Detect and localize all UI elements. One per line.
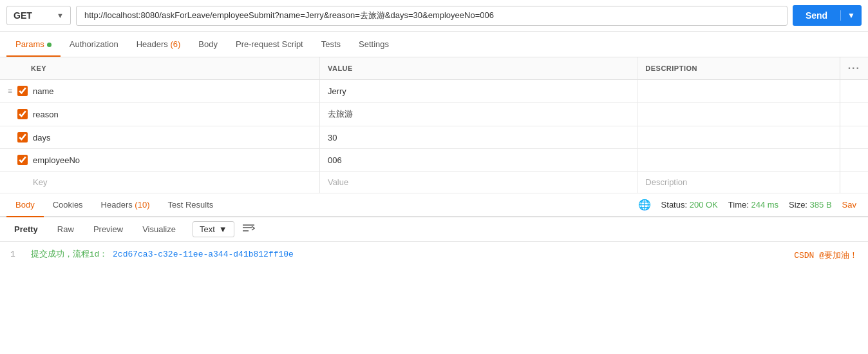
resp-tab-visualize[interactable]: Visualize <box>135 221 184 237</box>
drag-handle-icon: ≡ <box>8 86 12 95</box>
tab-settings[interactable]: Settings <box>350 32 398 57</box>
line-number: 1 <box>10 250 15 259</box>
method-selector[interactable]: GET ▼ <box>6 6 71 25</box>
more-icon[interactable]: ··· <box>848 63 860 74</box>
response-text-success: 提交成功，流程id： <box>31 250 108 259</box>
params-section: KEY VALUE DESCRIPTION ··· ≡ <box>0 57 868 193</box>
tab-prerequest-label: Pre-request Script <box>236 39 303 49</box>
csdn-credit: CSDN @要加油！ <box>794 250 858 261</box>
method-chevron-icon: ▼ <box>57 12 64 19</box>
status-label: Status: 200 OK <box>661 200 718 210</box>
param-value: 006 <box>328 155 342 165</box>
tab-headers-label: Headers (6) <box>137 39 181 49</box>
globe-icon: 🌐 <box>638 199 651 211</box>
table-row: ≡ name Jerry <box>0 80 868 103</box>
col-key: KEY <box>0 57 319 80</box>
new-desc-placeholder[interactable]: Description <box>645 177 687 187</box>
wrap-icon[interactable] <box>242 222 255 237</box>
save-button[interactable]: Sav <box>842 200 856 210</box>
row-checkbox[interactable] <box>17 109 28 119</box>
table-row: ≡ days 30 <box>0 126 868 149</box>
response-toolbar: Pretty Raw Preview Visualize Text ▼ <box>0 217 868 242</box>
tab-tests[interactable]: Tests <box>312 32 350 57</box>
tab-body-label: Body <box>198 39 218 49</box>
params-table: KEY VALUE DESCRIPTION ··· ≡ <box>0 57 868 193</box>
param-key: days <box>33 133 50 143</box>
send-button[interactable]: Send ▼ <box>793 5 862 26</box>
tab-test-results[interactable]: Test Results <box>158 193 222 216</box>
request-tabs: Params Authorization Headers (6) Body Pr… <box>0 32 868 57</box>
row-checkbox[interactable] <box>17 155 28 165</box>
new-param-row: ≡ Key Value Description <box>0 172 868 193</box>
url-input[interactable] <box>76 6 788 26</box>
param-key: name <box>33 86 54 96</box>
tab-headers[interactable]: Headers (6) <box>127 32 190 57</box>
tab-response-headers[interactable]: Headers (10) <box>92 193 159 216</box>
resp-tab-pretty[interactable]: Pretty <box>6 221 46 237</box>
time-label: Time: 244 ms <box>728 200 778 210</box>
tab-tests-label: Tests <box>321 39 341 49</box>
top-bar: GET ▼ Send ▼ <box>0 0 868 32</box>
col-value: VALUE <box>319 57 637 80</box>
tab-test-results-label: Test Results <box>167 200 213 210</box>
param-value: 去旅游 <box>328 108 353 120</box>
send-dropdown-arrow-icon[interactable]: ▼ <box>841 11 862 20</box>
response-content: 1 提交成功，流程id： 2cd67ca3-c32e-11ee-a344-d41… <box>0 242 868 266</box>
param-value: Jerry <box>328 86 346 96</box>
format-selector[interactable]: Text ▼ <box>193 221 234 237</box>
param-key: reason <box>33 110 59 119</box>
new-value-placeholder[interactable]: Value <box>328 177 348 187</box>
tab-params[interactable]: Params <box>6 32 61 57</box>
row-checkbox[interactable] <box>17 86 28 96</box>
row-checkbox[interactable] <box>17 132 28 143</box>
resp-tab-preview[interactable]: Preview <box>86 221 131 237</box>
table-row: ≡ employeeNo 006 <box>0 149 868 172</box>
tab-response-headers-label: Headers (10) <box>101 200 150 210</box>
size-value: 385 B <box>810 200 832 210</box>
params-dot <box>47 43 52 47</box>
tab-response-body-label: Body <box>15 200 35 210</box>
param-key: employeeNo <box>33 155 80 165</box>
tab-prerequest[interactable]: Pre-request Script <box>227 32 312 57</box>
tab-authorization[interactable]: Authorization <box>61 32 127 57</box>
tab-body[interactable]: Body <box>189 32 227 57</box>
method-label: GET <box>14 10 32 21</box>
table-row: ≡ reason 去旅游 <box>0 103 868 126</box>
col-more: ··· <box>840 57 868 80</box>
status-bar: 🌐 Status: 200 OK Time: 244 ms Size: 385 … <box>638 199 862 211</box>
send-button-label: Send <box>793 10 841 21</box>
tab-params-label: Params <box>15 39 44 49</box>
format-label: Text <box>200 224 215 234</box>
tab-settings-label: Settings <box>359 39 389 49</box>
status-value: 200 OK <box>690 200 718 210</box>
size-label: Size: 385 B <box>789 200 832 210</box>
new-key-placeholder[interactable]: Key <box>33 177 47 187</box>
tab-cookies[interactable]: Cookies <box>44 193 92 216</box>
tab-response-body[interactable]: Body <box>6 193 44 216</box>
format-chevron-icon: ▼ <box>219 224 227 234</box>
tab-cookies-label: Cookies <box>53 200 83 210</box>
response-text-id: 2cd67ca3-c32e-11ee-a344-d41b812ff10e <box>113 250 294 259</box>
response-tabs-row: Body Cookies Headers (10) Test Results 🌐… <box>0 193 868 217</box>
time-value: 244 ms <box>751 200 778 210</box>
param-value: 30 <box>328 133 337 143</box>
resp-tab-raw[interactable]: Raw <box>50 221 82 237</box>
tab-authorization-label: Authorization <box>70 39 118 49</box>
col-description: DESCRIPTION <box>637 57 840 80</box>
